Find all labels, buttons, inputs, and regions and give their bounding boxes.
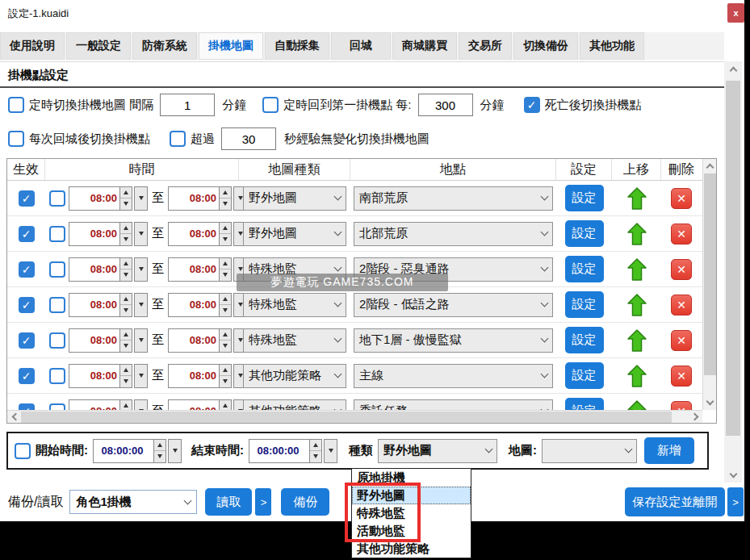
time-from-dropdown-button[interactable] [134, 222, 148, 246]
time-from-dropdown-button[interactable] [134, 293, 148, 317]
start-time-spinner[interactable] [154, 439, 166, 463]
backup-button[interactable]: 備份 [281, 488, 329, 516]
set-button[interactable]: 設定 [565, 327, 604, 353]
time-from-input[interactable]: 08:00 [69, 328, 120, 353]
time-to-input[interactable]: 08:00 [168, 364, 220, 388]
time-from-dropdown-button[interactable] [134, 257, 148, 282]
location-select[interactable]: 委託任務 [354, 399, 553, 411]
set-button[interactable]: 設定 [565, 220, 604, 247]
content-vscroll-thumb[interactable] [726, 81, 740, 436]
time-to-spinner[interactable] [220, 293, 232, 317]
tab-other-functions[interactable]: 其他功能 [580, 32, 644, 60]
set-button[interactable]: 設定 [565, 185, 604, 211]
profile-select[interactable]: 角色1掛機 [69, 490, 197, 514]
time-to-spinner[interactable] [220, 328, 232, 353]
time-from-dropdown-button[interactable] [134, 186, 148, 211]
return-first-checkbox[interactable] [262, 97, 279, 113]
move-up-button[interactable] [627, 187, 647, 210]
time-to-input[interactable]: 08:00 [168, 399, 220, 411]
time-to-input[interactable]: 08:00 [168, 222, 220, 246]
switch-map-interval-input[interactable]: 1 [160, 94, 215, 116]
start-time-dropdown-button[interactable] [168, 439, 182, 463]
map-type-select[interactable]: 特殊地監 [243, 293, 346, 317]
move-up-button[interactable] [627, 329, 647, 352]
end-time-dropdown-button[interactable] [324, 439, 337, 463]
dropdown-option-special-dungeon[interactable]: 特殊地監 [352, 504, 471, 522]
exp-switch-checkbox[interactable] [170, 131, 186, 147]
delete-button[interactable]: ✕ [671, 366, 692, 387]
exp-switch-seconds-input[interactable]: 30 [221, 127, 276, 150]
delete-button[interactable]: ✕ [671, 330, 692, 351]
row-enabled-checkbox[interactable]: ✓ [19, 226, 35, 242]
row-time-checkbox[interactable] [49, 297, 65, 313]
start-time-input[interactable]: 08:00:00 [93, 439, 154, 463]
time-from-input[interactable]: 08:00 [69, 222, 120, 246]
death-switch-checkbox[interactable]: ✓ [524, 97, 540, 113]
row-time-checkbox[interactable] [49, 368, 65, 384]
dropdown-option-original-spot[interactable]: 原地掛機 [352, 469, 471, 487]
set-button[interactable]: 設定 [565, 362, 604, 389]
city-switch-checkbox[interactable] [8, 131, 24, 147]
delete-button[interactable]: ✕ [671, 295, 692, 316]
time-from-input[interactable]: 08:00 [69, 364, 120, 388]
row-time-checkbox[interactable] [49, 226, 65, 242]
time-from-input[interactable]: 08:00 [69, 293, 120, 317]
map-select[interactable] [542, 439, 637, 463]
new-entry-checkbox[interactable] [15, 443, 31, 459]
location-select[interactable]: 地下1層 - 傲慢監獄 [354, 328, 553, 353]
end-time-spinner[interactable] [310, 439, 322, 463]
move-up-button[interactable] [627, 294, 647, 316]
set-button[interactable]: 設定 [565, 398, 604, 410]
time-to-spinner[interactable] [220, 399, 232, 411]
map-type-select[interactable]: 其他功能策略 [243, 364, 346, 388]
delete-button[interactable]: ✕ [671, 259, 692, 280]
tab-instructions[interactable]: 使用說明 [0, 32, 65, 60]
table-hscroll-thumb[interactable] [21, 412, 672, 423]
time-to-spinner[interactable] [220, 257, 232, 282]
tab-exchange[interactable]: 交易所 [459, 32, 512, 60]
save-exit-button[interactable]: 保存設定並離開 [625, 487, 725, 516]
dropdown-option-event-dungeon[interactable]: 活動地監 [352, 522, 471, 540]
tab-return-city[interactable]: 回城 [331, 32, 391, 60]
move-up-button[interactable] [627, 365, 647, 387]
time-from-input[interactable]: 08:00 [69, 399, 120, 411]
tab-auto-collect[interactable]: 自動採集 [265, 32, 329, 60]
time-to-spinner[interactable] [220, 364, 232, 388]
row-time-checkbox[interactable] [49, 403, 65, 411]
time-from-input[interactable]: 08:00 [69, 186, 120, 211]
time-from-dropdown-button[interactable] [134, 328, 148, 353]
read-button[interactable]: 讀取 [205, 488, 252, 516]
end-time-input[interactable]: 08:00:00 [249, 439, 310, 463]
time-from-spinner[interactable] [120, 293, 132, 317]
row-enabled-checkbox[interactable]: ✓ [19, 403, 35, 411]
time-from-spinner[interactable] [120, 257, 132, 282]
time-from-dropdown-button[interactable] [134, 364, 148, 388]
location-select[interactable]: 南部荒原 [354, 186, 553, 211]
delete-button[interactable]: ✕ [671, 188, 692, 209]
add-button[interactable]: 新增 [644, 437, 694, 464]
read-expand-button[interactable]: > [255, 488, 271, 516]
map-type-select[interactable]: 野外地圖 [243, 222, 346, 246]
move-up-button[interactable] [627, 223, 647, 245]
row-enabled-checkbox[interactable]: ✓ [19, 297, 35, 313]
move-up-button[interactable] [627, 258, 647, 281]
set-button[interactable]: 設定 [565, 291, 604, 318]
return-first-interval-input[interactable]: 300 [418, 94, 473, 116]
time-from-spinner[interactable] [120, 364, 132, 388]
row-time-checkbox[interactable] [49, 261, 65, 278]
row-time-checkbox[interactable] [49, 332, 65, 349]
time-to-spinner[interactable] [220, 186, 232, 211]
switch-map-checkbox[interactable] [8, 97, 24, 113]
time-from-spinner[interactable] [120, 399, 132, 411]
map-type-select[interactable]: 野外地圖 [243, 186, 346, 211]
row-enabled-checkbox[interactable]: ✓ [19, 190, 35, 207]
time-to-spinner[interactable] [220, 222, 232, 246]
time-from-spinner[interactable] [120, 222, 132, 246]
set-button[interactable]: 設定 [565, 256, 604, 282]
table-vscroll-thumb[interactable] [704, 173, 716, 375]
tab-mall-purchase[interactable]: 商城購買 [392, 32, 457, 60]
row-time-checkbox[interactable] [49, 190, 65, 207]
time-from-spinner[interactable] [120, 186, 132, 211]
map-type-select[interactable]: 其他功能策略 [243, 399, 346, 411]
move-up-button[interactable] [627, 400, 647, 411]
